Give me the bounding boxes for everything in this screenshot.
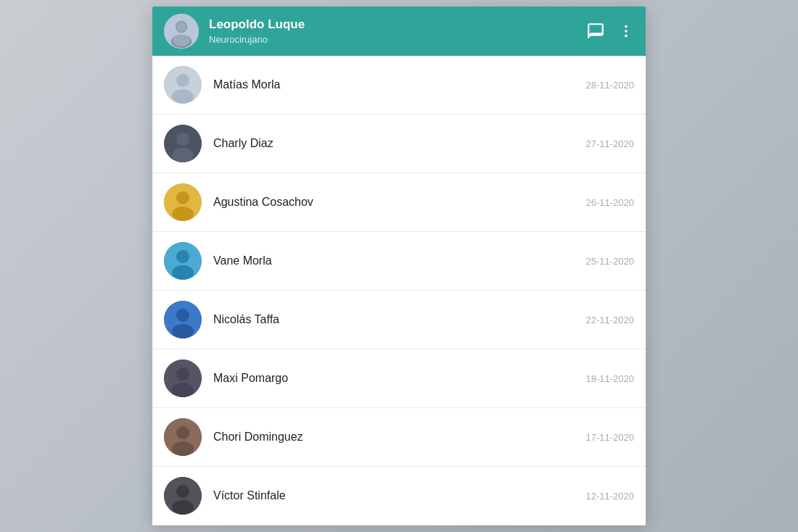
svg-point-27 <box>176 426 189 439</box>
contact-name: Vane Morla <box>213 254 579 267</box>
contact-info: Vane Morla <box>213 254 579 267</box>
list-item[interactable]: Charly Diaz27-11-2020 <box>152 115 646 173</box>
svg-point-7 <box>625 35 628 38</box>
contact-info: Maxi Pomargo <box>213 372 579 385</box>
contact-avatar <box>164 418 202 456</box>
contact-name: Agustina Cosachov <box>213 196 579 209</box>
more-options-icon[interactable] <box>618 23 634 39</box>
list-item[interactable]: Agustina Cosachov26-11-2020 <box>152 173 646 232</box>
header-subtitle: Neurocirujano <box>209 34 586 45</box>
svg-point-30 <box>176 485 189 498</box>
app-container: Leopoldo Luque Neurocirujano Matías Morl… <box>152 7 646 525</box>
contact-info: Víctor Stinfale <box>213 489 579 502</box>
svg-point-12 <box>176 133 189 146</box>
contact-avatar <box>164 242 202 280</box>
svg-point-3 <box>176 22 186 32</box>
contact-date: 25-11-2020 <box>579 256 635 267</box>
contact-date: 28-11-2020 <box>579 80 635 91</box>
svg-point-22 <box>172 324 194 338</box>
contact-name: Maxi Pomargo <box>213 372 579 385</box>
contact-list: Matías Morla28-11-2020 Charly Diaz27-11-… <box>152 56 646 525</box>
header: Leopoldo Luque Neurocirujano <box>152 7 646 56</box>
contact-date: 22-11-2020 <box>579 315 635 325</box>
contact-date: 12-11-2020 <box>579 491 635 502</box>
svg-point-24 <box>176 367 189 381</box>
contact-name: Víctor Stinfale <box>213 489 579 502</box>
contact-date: 17-11-2020 <box>579 432 635 443</box>
contact-name: Charly Diaz <box>213 137 579 150</box>
header-avatar <box>164 14 199 49</box>
list-item[interactable]: Maxi Pomargo18-11-2020 <box>152 349 646 408</box>
svg-point-31 <box>172 500 194 515</box>
contact-date: 18-11-2020 <box>579 373 635 384</box>
header-icons <box>586 22 634 41</box>
svg-point-28 <box>172 441 194 456</box>
contact-avatar <box>164 183 202 221</box>
svg-point-6 <box>625 30 628 33</box>
contact-avatar <box>164 125 202 162</box>
svg-point-19 <box>172 265 194 280</box>
header-name: Leopoldo Luque <box>209 17 586 32</box>
contact-avatar <box>164 66 202 104</box>
list-item[interactable]: Víctor Stinfale12-11-2020 <box>152 467 646 525</box>
contact-avatar <box>164 359 202 397</box>
contact-date: 26-11-2020 <box>579 197 635 208</box>
svg-point-16 <box>172 207 194 221</box>
contact-info: Nicolás Taffa <box>213 313 579 326</box>
chat-icon[interactable] <box>586 22 605 41</box>
contact-avatar <box>164 301 202 338</box>
svg-point-4 <box>173 35 190 46</box>
svg-point-5 <box>625 25 628 28</box>
contact-name: Nicolás Taffa <box>213 313 579 326</box>
svg-point-13 <box>172 148 194 162</box>
list-item[interactable]: Nicolás Taffa22-11-2020 <box>152 291 646 349</box>
svg-point-10 <box>172 89 194 104</box>
svg-point-15 <box>176 191 189 204</box>
list-item[interactable]: Matías Morla28-11-2020 <box>152 56 646 115</box>
header-info: Leopoldo Luque Neurocirujano <box>209 17 586 44</box>
svg-point-25 <box>172 383 194 397</box>
list-item[interactable]: Chori Dominguez17-11-2020 <box>152 408 646 467</box>
contact-avatar <box>164 477 202 515</box>
contact-date: 27-11-2020 <box>579 138 635 149</box>
svg-point-18 <box>176 250 189 263</box>
contact-info: Matías Morla <box>213 78 579 91</box>
svg-point-21 <box>176 309 189 322</box>
contact-info: Agustina Cosachov <box>213 196 579 209</box>
contact-info: Charly Diaz <box>213 137 579 150</box>
svg-point-9 <box>176 74 189 87</box>
contact-info: Chori Dominguez <box>213 431 579 444</box>
list-item[interactable]: Vane Morla25-11-2020 <box>152 232 646 291</box>
contact-name: Matías Morla <box>213 78 579 91</box>
contact-name: Chori Dominguez <box>213 431 579 444</box>
